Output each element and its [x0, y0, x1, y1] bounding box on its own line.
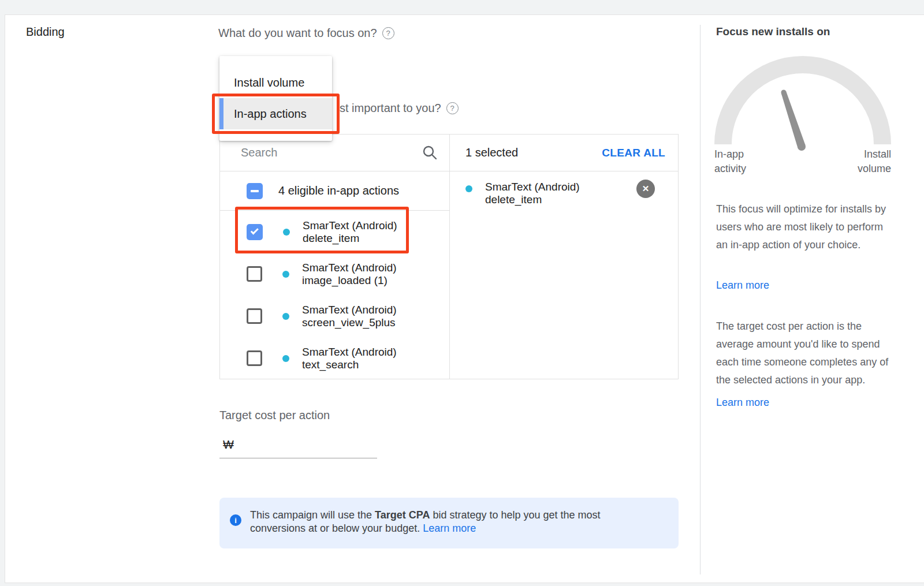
selected-action: delete_item — [485, 193, 542, 206]
focus-gauge — [714, 56, 891, 154]
minus-glyph — [251, 190, 259, 192]
remove-selected-button[interactable]: ✕ — [636, 180, 655, 198]
action-name: delete_item — [303, 232, 359, 244]
indeterminate-checkbox[interactable] — [247, 183, 263, 199]
gauge-label-in-app-activity: In-app activity — [714, 147, 766, 176]
target-cost-field[interactable]: ₩ — [219, 432, 377, 458]
search-icon — [422, 145, 438, 161]
banner-text: This campaign will use the Target CPA bi… — [250, 509, 654, 535]
select-all-row[interactable]: 4 eligible in-app actions — [220, 171, 449, 211]
learn-more-link-2[interactable]: Learn more — [716, 397, 769, 409]
dropdown-option-in-app-actions[interactable]: In-app actions — [219, 98, 332, 129]
conversion-dot-icon — [465, 185, 472, 192]
sidebar-paragraph-target-cpa: The target cost per action is the averag… — [716, 318, 895, 389]
banner-prefix: This campaign will use the — [250, 509, 375, 521]
currency-symbol: ₩ — [223, 438, 234, 451]
focus-question: What do you want to focus on? ? — [218, 27, 394, 40]
help-icon[interactable]: ? — [382, 27, 394, 39]
info-icon: i — [230, 514, 241, 526]
action-row-image-loaded[interactable]: SmarText (Android) image_loaded (1) — [220, 253, 449, 295]
action-app: SmarText (Android) — [303, 219, 397, 232]
conversion-dot-icon — [282, 271, 289, 278]
gauge-labels: In-app activity Install volume — [714, 147, 891, 176]
action-row-delete-item[interactable]: SmarText (Android) delete_item — [220, 211, 449, 253]
action-name: text_search — [302, 359, 359, 371]
selected-item: SmarText (Android) delete_item ✕ — [450, 171, 678, 206]
action-row-text-search[interactable]: SmarText (Android) text_search — [220, 337, 449, 379]
unchecked-checkbox[interactable] — [247, 350, 262, 366]
action-name: image_loaded (1) — [302, 274, 388, 286]
gauge-needle — [781, 90, 806, 151]
eligible-actions-label: 4 eligible in-app actions — [278, 184, 399, 197]
sidebar-title: Focus new installs on — [716, 25, 830, 38]
sidebar-paragraph-focus: This focus will optimize for installs by… — [716, 200, 895, 254]
action-app: SmarText (Android) — [302, 262, 397, 274]
target-cost-label: Target cost per action — [219, 409, 330, 422]
search-input[interactable] — [241, 146, 422, 159]
gauge-arc — [723, 65, 882, 144]
sidebar-divider — [700, 25, 701, 574]
dropdown-option-install-volume[interactable]: Install volume — [219, 67, 332, 98]
selected-header: 1 selected CLEAR ALL — [450, 135, 678, 171]
conversion-dot-icon — [282, 313, 289, 320]
gauge-label-install-volume: Install volume — [839, 147, 891, 176]
action-app: SmarText (Android) — [302, 304, 397, 316]
unchecked-checkbox[interactable] — [247, 266, 262, 282]
action-app: SmarText (Android) — [302, 346, 397, 358]
actions-question-fragment: st important to you? ? — [340, 102, 459, 115]
actions-question-label: st important to you? — [340, 102, 441, 115]
in-app-actions-picker: 4 eligible in-app actions SmarText (Andr… — [219, 134, 679, 379]
check-glyph — [250, 226, 258, 234]
learn-more-link-1[interactable]: Learn more — [716, 279, 769, 292]
picker-selected-pane: 1 selected CLEAR ALL SmarText (Android) … — [450, 135, 678, 379]
checked-checkbox[interactable] — [247, 224, 263, 240]
focus-dropdown-menu: Install volume In-app actions — [219, 56, 332, 141]
info-glyph: i — [234, 516, 237, 525]
clear-all-button[interactable]: CLEAR ALL — [602, 147, 665, 159]
picker-available-pane: 4 eligible in-app actions SmarText (Andr… — [220, 135, 450, 379]
action-name: screen_view_5plus — [302, 316, 396, 329]
selected-app: SmarText (Android) — [485, 181, 580, 193]
unchecked-checkbox[interactable] — [247, 308, 262, 324]
help-icon[interactable]: ? — [446, 102, 459, 114]
target-cost-input[interactable] — [239, 438, 392, 451]
banner-learn-more-link[interactable]: Learn more — [423, 522, 476, 534]
banner-bold: Target CPA — [375, 509, 430, 521]
conversion-dot-icon — [283, 229, 290, 236]
close-icon: ✕ — [642, 184, 650, 194]
selected-count: 1 selected — [465, 146, 518, 159]
focus-question-label: What do you want to focus on? — [218, 27, 377, 40]
conversion-dot-icon — [282, 355, 289, 362]
action-row-screen-view[interactable]: SmarText (Android) screen_view_5plus — [220, 295, 449, 337]
section-title: Bidding — [26, 25, 65, 39]
bid-strategy-banner: i This campaign will use the Target CPA … — [219, 498, 679, 548]
